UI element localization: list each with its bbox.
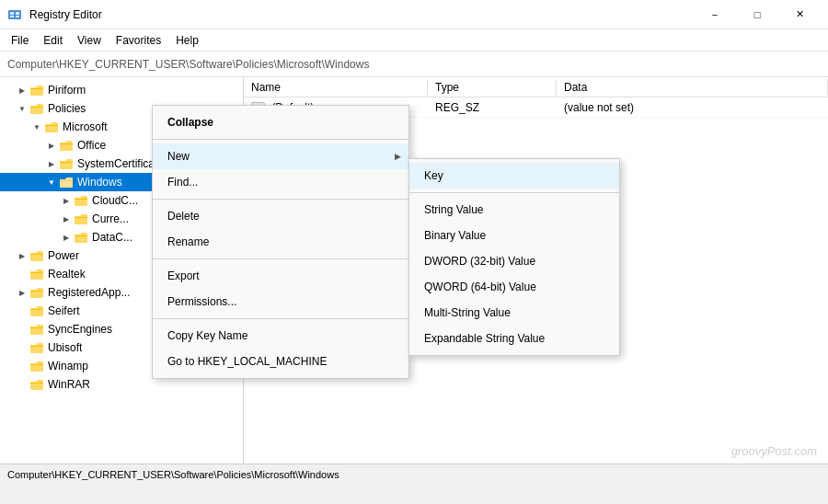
ctx-new[interactable]: New ▶ <box>153 143 408 169</box>
title-bar: Registry Editor − □ ✕ <box>0 0 828 29</box>
maximize-button[interactable]: □ <box>736 0 778 29</box>
chevron-microsoft: ▼ <box>29 120 44 134</box>
tree-label-registeredapp: RegisteredApp... <box>48 286 130 299</box>
folder-icon-office <box>59 139 74 152</box>
menu-help[interactable]: Help <box>168 32 206 49</box>
folder-icon-winrar <box>29 378 44 391</box>
ctx-rename[interactable]: Rename <box>153 229 408 255</box>
tree-label-realtek: Realtek <box>48 268 86 281</box>
status-bar: Computer\HKEY_CURRENT_USER\Software\Poli… <box>0 464 828 484</box>
svg-rect-1 <box>10 12 14 15</box>
folder-icon-windows <box>59 176 74 189</box>
col-header-type: Type <box>428 79 557 96</box>
ctx-copy-key-name[interactable]: Copy Key Name <box>153 323 408 349</box>
svg-rect-2 <box>16 12 19 15</box>
tree-label-microsoft: Microsoft <box>63 120 108 133</box>
cell-type-default: REG_SZ <box>428 99 557 116</box>
ctx-permissions[interactable]: Permissions... <box>153 289 408 315</box>
ctx-export[interactable]: Export <box>153 263 408 289</box>
folder-icon-datac <box>74 231 88 244</box>
folder-icon-policies <box>29 102 44 115</box>
ctx-expandable-string-value[interactable]: Expandable String Value <box>409 326 619 351</box>
menu-view[interactable]: View <box>70 32 109 49</box>
ctx-sep-3 <box>153 258 408 259</box>
chevron-currentver: ▶ <box>59 212 74 226</box>
status-text: Computer\HKEY_CURRENT_USER\Software\Poli… <box>7 469 339 480</box>
chevron-datac: ▶ <box>59 230 74 245</box>
svg-rect-3 <box>10 16 14 17</box>
close-button[interactable]: ✕ <box>778 0 821 29</box>
tree-label-windows: Windows <box>77 176 122 189</box>
svg-rect-4 <box>16 16 19 17</box>
ctx-new-arrow: ▶ <box>395 152 401 161</box>
folder-icon-seifert <box>29 304 44 317</box>
chevron-windows: ▼ <box>44 175 59 189</box>
chevron-systemcerts: ▶ <box>44 156 59 171</box>
app-icon <box>7 7 22 22</box>
tree-label-policies: Policies <box>48 102 86 115</box>
chevron-registeredapp: ▶ <box>15 285 29 300</box>
ctx-delete[interactable]: Delete <box>153 203 408 229</box>
col-header-name: Name <box>244 79 428 96</box>
folder-icon-power <box>29 249 44 262</box>
ctx-qword-value[interactable]: QWORD (64-bit) Value <box>409 274 619 300</box>
folder-icon-realtek <box>29 268 44 281</box>
chevron-policies: ▼ <box>15 101 29 116</box>
folder-icon-ubisoft <box>29 341 44 354</box>
cell-data-default: (value not set) <box>557 99 828 116</box>
ctx-sep-1 <box>153 139 408 140</box>
context-menu-left: Collapse New ▶ Find... Delete Rename Exp… <box>152 105 409 379</box>
tree-label-power: Power <box>48 249 79 262</box>
tree-label-cloudstore: CloudC... <box>92 194 138 207</box>
column-headers: Name Type Data <box>244 77 828 97</box>
tree-label-ubisoft: Ubisoft <box>48 341 82 354</box>
menu-bar: File Edit View Favorites Help <box>0 29 828 52</box>
tree-item-piriform[interactable]: ▶ Piriform <box>0 81 243 99</box>
menu-edit[interactable]: Edit <box>36 32 70 49</box>
ctx-goto-local[interactable]: Go to HKEY_LOCAL_MACHINE <box>153 349 408 374</box>
folder-icon-cloudstore <box>74 194 88 207</box>
tree-label-syncengines: SyncEngines <box>48 323 112 336</box>
menu-file[interactable]: File <box>4 32 36 49</box>
ctx-key[interactable]: Key <box>409 163 619 189</box>
chevron-piriform: ▶ <box>15 83 29 97</box>
tree-label-piriform: Piriform <box>48 84 86 97</box>
ctx-binary-value[interactable]: Binary Value <box>409 223 619 248</box>
ctx-rsep-1 <box>409 192 619 193</box>
address-bar: Computer\HKEY_CURRENT_USER\Software\Poli… <box>0 52 828 77</box>
ctx-dword-value[interactable]: DWORD (32-bit) Value <box>409 248 619 274</box>
folder-icon-registeredapp <box>29 286 44 299</box>
ctx-sep-4 <box>153 318 408 319</box>
chevron-power: ▶ <box>15 248 29 263</box>
menu-favorites[interactable]: Favorites <box>109 32 168 49</box>
folder-icon-currentver <box>74 212 88 225</box>
minimize-button[interactable]: − <box>694 0 736 29</box>
ctx-multi-string-value[interactable]: Multi-String Value <box>409 300 619 326</box>
app-title: Registry Editor <box>29 8 102 21</box>
col-header-data: Data <box>557 79 828 96</box>
ctx-string-value[interactable]: String Value <box>409 197 619 223</box>
address-label: Computer\HKEY_CURRENT_USER\Software\Poli… <box>7 58 369 71</box>
window-controls: − □ ✕ <box>694 0 821 29</box>
chevron-cloudstore: ▶ <box>59 193 74 208</box>
tree-label-seifert: Seifert <box>48 304 80 317</box>
chevron-office: ▶ <box>44 138 59 153</box>
ctx-collapse[interactable]: Collapse <box>153 109 408 135</box>
folder-icon-syncengines <box>29 323 44 336</box>
ctx-sep-2 <box>153 199 408 200</box>
folder-icon-winamp <box>29 360 44 372</box>
ctx-find[interactable]: Find... <box>153 169 408 195</box>
folder-icon-piriform <box>29 84 44 97</box>
main-content: ▶ Piriform ▼ Policies ▼ Microsoft ▶ <box>0 77 828 484</box>
folder-icon-systemcerts <box>59 157 74 170</box>
tree-label-winamp: Winamp <box>48 360 88 372</box>
context-menu-right: Key String Value Binary Value DWORD (32-… <box>408 158 620 356</box>
title-bar-left: Registry Editor <box>7 7 102 22</box>
tree-label-datac: DataC... <box>92 231 132 244</box>
tree-label-office: Office <box>77 139 106 152</box>
tree-label-currentver: Curre... <box>92 212 129 225</box>
folder-icon-microsoft <box>44 120 59 133</box>
tree-label-winrar: WinRAR <box>48 378 90 391</box>
